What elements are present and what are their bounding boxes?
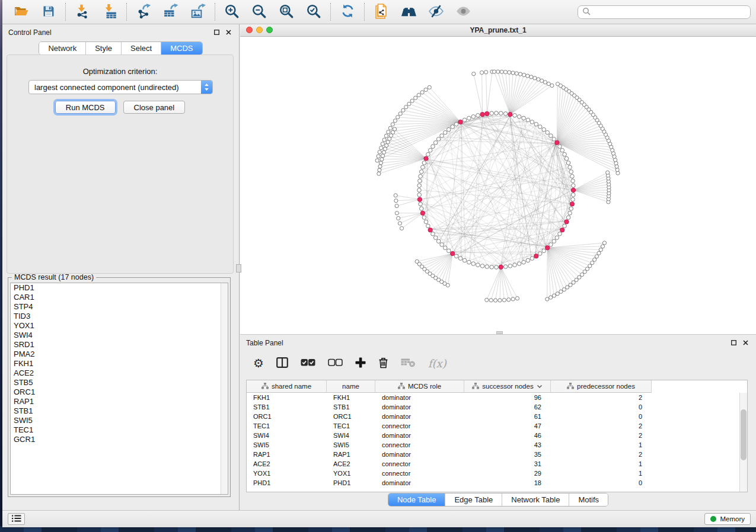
mcds-result-item[interactable]: SRD1 bbox=[11, 340, 228, 350]
cell-shared_name: TEC1 bbox=[247, 422, 327, 430]
node-table: shared namenameMCDS rolesuccessor nodesp… bbox=[246, 380, 748, 492]
close-table-panel-icon[interactable] bbox=[742, 339, 749, 346]
search-box[interactable] bbox=[578, 5, 751, 19]
first-neighbors-button[interactable] bbox=[400, 3, 417, 21]
tab-mcds[interactable]: MCDS bbox=[161, 42, 202, 55]
cell-predecessor_nodes: 1 bbox=[551, 460, 652, 467]
control-panel-header: Control Panel bbox=[2, 24, 239, 40]
mcds-result-item[interactable]: TID3 bbox=[11, 312, 228, 321]
tab-select[interactable]: Select bbox=[122, 42, 161, 55]
zoom-out-button[interactable] bbox=[250, 3, 268, 21]
table-row[interactable]: ORC1ORC1dominator610 bbox=[247, 412, 747, 421]
export-table-button[interactable] bbox=[162, 3, 180, 21]
column-visibility-button[interactable] bbox=[276, 356, 288, 370]
mcds-result-item[interactable]: SWI4 bbox=[11, 331, 228, 340]
cell-successor_nodes: 46 bbox=[464, 432, 551, 439]
column-header-successor_nodes[interactable]: successor nodes bbox=[464, 380, 551, 393]
status-bar: Memory bbox=[2, 510, 756, 527]
mcds-result-item[interactable]: TEC1 bbox=[11, 425, 228, 435]
column-label: successor nodes bbox=[482, 383, 533, 390]
mcds-result-item[interactable]: STB1 bbox=[11, 406, 228, 416]
tab-motifs[interactable]: Motifs bbox=[569, 493, 608, 506]
float-panel-icon[interactable] bbox=[213, 29, 220, 36]
zoom-fit-button[interactable] bbox=[277, 3, 295, 21]
eye-slash-icon bbox=[428, 4, 444, 20]
column-label: name bbox=[342, 383, 359, 390]
optimization-criterion-select[interactable]: largest connected component (undirected) bbox=[28, 80, 213, 94]
tab-style[interactable]: Style bbox=[86, 42, 122, 55]
mcds-result-item[interactable]: PHD1 bbox=[11, 283, 228, 293]
cell-successor_nodes: 43 bbox=[464, 441, 551, 448]
mcds-result-title: MCDS result (17 nodes) bbox=[12, 273, 96, 281]
mcds-result-item[interactable]: RAP1 bbox=[11, 397, 228, 406]
cell-predecessor_nodes: 2 bbox=[551, 451, 652, 458]
mcds-result-list[interactable]: PHD1CAR1STP4TID3YOX1SWI4SRD1PMA2FKH1ACE2… bbox=[10, 283, 228, 495]
table-row[interactable]: FKH1FKH1dominator962 bbox=[247, 393, 747, 402]
table-scrollbar-thumb[interactable] bbox=[741, 409, 747, 460]
tab-edge-table[interactable]: Edge Table bbox=[445, 493, 502, 506]
add-column-button[interactable] bbox=[355, 356, 366, 370]
task-history-button[interactable] bbox=[8, 513, 25, 525]
mcds-result-item[interactable]: ACE2 bbox=[11, 368, 228, 378]
table-row[interactable]: ACE2ACE2connector311 bbox=[247, 459, 747, 469]
cell-name: ORC1 bbox=[327, 413, 375, 420]
close-panel-button[interactable]: Close panel bbox=[123, 101, 186, 114]
mcds-result-item[interactable]: CAR1 bbox=[11, 293, 228, 302]
table-scrollbar[interactable] bbox=[739, 393, 747, 492]
delete-column-button[interactable] bbox=[378, 356, 388, 370]
tab-node-table[interactable]: Node Table bbox=[388, 493, 446, 506]
save-session-button[interactable] bbox=[40, 3, 58, 21]
table-settings-button[interactable]: ⚙ bbox=[253, 356, 264, 370]
table-row[interactable]: YOX1YOX1connector291 bbox=[247, 469, 747, 478]
vertical-sash-handle[interactable] bbox=[236, 264, 241, 273]
cell-shared_name: PHD1 bbox=[247, 479, 327, 486]
mcds-result-item[interactable]: STB5 bbox=[11, 378, 228, 387]
table-row[interactable]: SWI4SWI4dominator462 bbox=[247, 431, 747, 440]
table-row[interactable]: PHD1PHD1dominator180 bbox=[247, 478, 747, 488]
run-mcds-button[interactable]: Run MCDS bbox=[55, 101, 116, 114]
column-header-mcds_role[interactable]: MCDS role bbox=[375, 380, 464, 393]
mcds-result-item[interactable]: SWI5 bbox=[11, 416, 228, 425]
mcds-list-scrollbar[interactable] bbox=[221, 283, 228, 494]
memory-button[interactable]: Memory bbox=[704, 513, 751, 525]
mcds-result-item[interactable]: GCR1 bbox=[11, 435, 228, 444]
node-table-header: shared namenameMCDS rolesuccessor nodesp… bbox=[247, 380, 747, 393]
column-header-shared_name[interactable]: shared name bbox=[247, 380, 327, 393]
table-row[interactable]: SWI5SWI5connector431 bbox=[247, 440, 747, 450]
cell-mcds_role: connector bbox=[375, 470, 464, 477]
refresh-view-button[interactable] bbox=[339, 3, 356, 21]
mcds-result-item[interactable]: ORC1 bbox=[11, 387, 228, 397]
hide-selected-button[interactable] bbox=[427, 3, 445, 21]
column-header-name[interactable]: name bbox=[327, 380, 375, 393]
tab-network-table[interactable]: Network Table bbox=[502, 493, 569, 506]
tab-network[interactable]: Network bbox=[39, 42, 86, 55]
zoom-in-button[interactable] bbox=[223, 3, 241, 21]
import-table-button[interactable] bbox=[101, 3, 119, 21]
import-network-button[interactable] bbox=[74, 3, 91, 21]
zoom-selected-button[interactable] bbox=[305, 3, 323, 21]
open-session-button[interactable] bbox=[12, 3, 30, 21]
deselect-all-rows-button[interactable] bbox=[328, 356, 343, 370]
select-all-rows-button[interactable] bbox=[301, 356, 315, 370]
table-row[interactable]: TEC1TEC1connector472 bbox=[247, 421, 747, 431]
mcds-result-item[interactable]: PMA2 bbox=[11, 350, 228, 359]
network-canvas[interactable] bbox=[240, 37, 756, 331]
cell-shared_name: SWI5 bbox=[247, 441, 327, 448]
close-panel-icon[interactable] bbox=[225, 29, 232, 36]
mcds-result-item[interactable]: FKH1 bbox=[11, 359, 228, 368]
new-network-from-selection-button[interactable] bbox=[372, 3, 390, 21]
mcds-result-item[interactable]: YOX1 bbox=[11, 321, 228, 331]
control-panel-title: Control Panel bbox=[8, 28, 52, 37]
table-row[interactable]: RAP1RAP1dominator352 bbox=[247, 450, 747, 459]
float-table-panel-icon[interactable] bbox=[731, 339, 737, 346]
table-toolbar: ⚙f(x) bbox=[245, 350, 446, 376]
table-row[interactable]: STB1STB1dominator620 bbox=[247, 402, 747, 412]
export-image-button[interactable] bbox=[189, 3, 207, 21]
search-input[interactable] bbox=[594, 7, 750, 18]
mcds-result-item[interactable]: STP4 bbox=[11, 302, 228, 312]
export-network-button[interactable] bbox=[135, 3, 152, 21]
fx-icon: f(x) bbox=[428, 357, 446, 370]
deselect-all-icon bbox=[328, 358, 343, 368]
shared-column-icon bbox=[261, 383, 269, 390]
column-header-predecessor_nodes[interactable]: predecessor nodes bbox=[551, 380, 652, 393]
